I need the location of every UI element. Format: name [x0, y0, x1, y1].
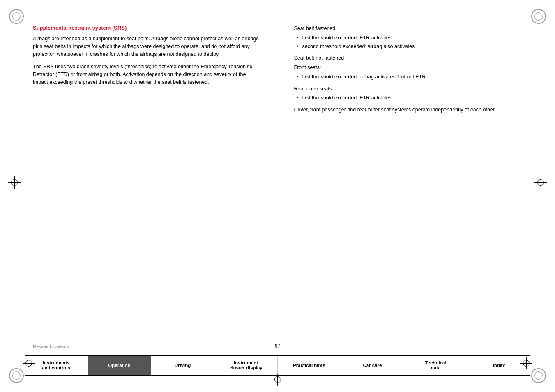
nav-item-car-care[interactable]: Car care	[341, 356, 404, 375]
top-right-vline	[528, 15, 528, 35]
rear-seats-list: first threshold exceeded: ETR activates	[294, 94, 523, 102]
front-seats-label: Front seats:	[294, 64, 523, 71]
crosshair-mid-right	[534, 176, 547, 189]
page-content: Supplemental restraint system (SRS) Airb…	[33, 25, 522, 322]
corner-mark-top-right	[530, 8, 547, 25]
navigation-bar: Instruments and controls Operation Drivi…	[25, 355, 530, 376]
seat-belt-not-fastened-label: Seat belt not fastened	[294, 54, 523, 62]
closing-text: Driver, front passenger and rear outer s…	[294, 106, 523, 114]
page-number: 67	[275, 343, 280, 349]
belt-fastened-item-2: second threshold exceeded: airbag also a…	[294, 43, 523, 51]
left-column: Supplemental restraint system (SRS) Airb…	[33, 25, 269, 322]
section-title: Supplemental restraint system (SRS)	[33, 25, 261, 31]
paragraph-1: Airbags are intended as a supplement to …	[33, 35, 261, 58]
nav-item-operation[interactable]: Operation	[88, 356, 151, 375]
seat-belt-fastened-label: Seat belt fastened	[294, 25, 523, 32]
nav-crosshair-left	[23, 357, 35, 369]
left-mid-hline	[25, 157, 39, 157]
rear-outer-seats-label: Rear outer seats:	[294, 85, 523, 93]
bottom-center-crosshair	[272, 374, 284, 386]
crosshair-mid-left	[8, 176, 21, 189]
front-seats-list: first threshold exceeded: airbag activat…	[294, 73, 523, 81]
nav-item-technical-data[interactable]: Technical data	[404, 356, 467, 375]
rear-seats-item-1: first threshold exceeded: ETR activates	[294, 94, 523, 102]
nav-item-instrument-cluster-display[interactable]: Instrument cluster display	[214, 356, 278, 375]
right-mid-hline	[516, 157, 530, 157]
corner-mark-top-left	[8, 8, 25, 25]
belt-fastened-list: first threshold exceeded: ETR activates …	[294, 34, 523, 51]
nav-crosshair-right	[520, 357, 532, 369]
paragraph-2: The SRS uses two crash severity levels (…	[33, 63, 261, 86]
nav-item-driving[interactable]: Driving	[151, 356, 214, 375]
section-label: Restraint systems	[33, 344, 69, 349]
corner-mark-bottom-right	[530, 367, 547, 384]
front-seats-item-1: first threshold exceeded: airbag activat…	[294, 73, 523, 81]
belt-fastened-item-1: first threshold exceeded: ETR activates	[294, 34, 523, 42]
right-column: Seat belt fastened first threshold excee…	[286, 25, 523, 322]
top-left-vline	[27, 15, 27, 35]
corner-mark-bottom-left	[8, 367, 25, 384]
nav-item-practical-hints[interactable]: Practical hints	[278, 356, 341, 375]
